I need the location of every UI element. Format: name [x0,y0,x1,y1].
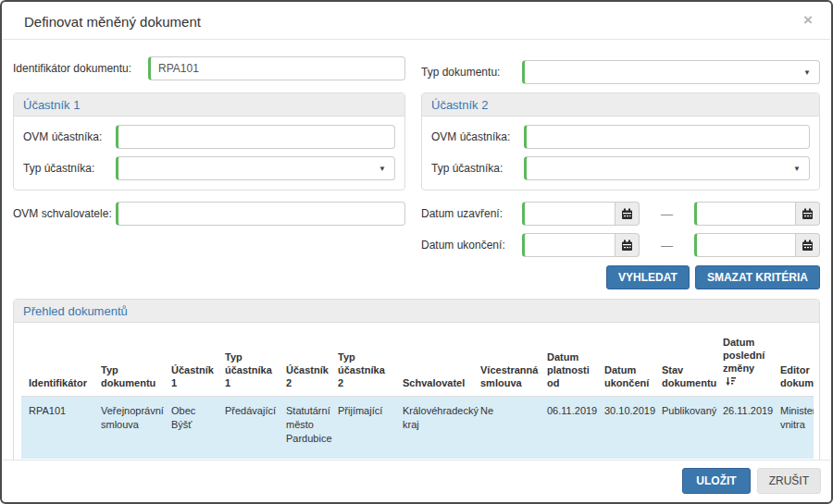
col-multilateral[interactable]: Vícestranná smlouva [473,330,540,397]
date-ended-from-input[interactable] [522,233,615,257]
participant2-type-select[interactable]: ▼ [524,156,810,180]
approver-input[interactable] [116,202,405,226]
cell-valid-from: 06.11.2019 [540,397,597,459]
approver-label: OVM schvalovatele: [13,207,116,220]
cell-participant1: Obec Býšť [164,397,218,459]
cell-participant1-type: Předávající [218,397,279,459]
doc-type-label: Typ dokumentu: [421,66,522,79]
cell-doc-type: Veřejnoprávní smlouva [93,397,164,459]
col-participant1-type[interactable]: Typ účastníka 1 [218,330,279,397]
participant1-type-select[interactable]: ▼ [116,156,395,180]
participant1-title: Účastník 1 [14,93,404,117]
define-changed-document-dialog: Definovat měněný dokument × Identifikáto… [0,0,833,504]
col-participant2[interactable]: Účastník 2 [279,330,330,397]
col-doc-type[interactable]: Typ dokumentu [93,330,164,397]
participant2-panel: Účastník 2 OVM účastníka: Typ účastníka:… [421,92,820,191]
chevron-down-icon: ▼ [379,165,386,173]
calendar-icon[interactable] [796,202,820,226]
identifier-input[interactable] [148,56,405,80]
calendar-icon[interactable] [796,233,820,257]
chevron-down-icon: ▼ [803,68,811,77]
calendar-icon[interactable] [615,233,640,257]
col-last-change-label: Datum poslední změny [723,337,765,374]
dialog-body: Identifikátor dokumentu: Typ dokumentu: … [2,40,831,460]
participant1-ovm-label: OVM účastníka: [23,130,116,143]
cell-approver: Královéhradecký kraj [395,397,473,459]
chevron-down-icon: ▼ [793,165,801,173]
date-ended-to-input[interactable] [694,233,796,257]
col-participant1[interactable]: Účastník 1 [164,330,218,397]
clear-criteria-button[interactable]: SMAZAT KRITÉRIA [695,265,820,289]
participant1-panel: Účastník 1 OVM účastníka: Typ účastníka:… [13,92,405,191]
cell-multilateral: Ne [473,397,540,459]
dialog-footer: ULOŽIT ZRUŠIT [3,460,830,502]
col-valid-from[interactable]: Datum platnosti od [540,330,597,397]
table-row[interactable]: RPA101 Veřejnoprávní smlouva Obec Býšť P… [21,397,814,459]
participant2-type-label: Typ účastníka: [431,162,524,175]
dialog-title: Definovat měněný dokument [24,14,809,30]
date-concluded-from-input[interactable] [522,202,615,226]
save-button[interactable]: ULOŽIT [682,468,750,494]
doc-type-select[interactable]: ▼ [522,60,820,84]
close-icon[interactable]: × [803,12,813,28]
col-identifier[interactable]: Identifikátor [21,330,93,397]
search-button[interactable]: VYHLEDAT [606,265,690,289]
sort-desc-icon [726,376,736,389]
cell-status: Publikovaný [654,397,715,459]
documents-overview-panel: Přehled dokumentů Identifiká [13,299,820,460]
date-ended-label: Datum ukončení: [421,239,522,252]
col-last-change[interactable]: Datum poslední změny [715,330,773,397]
cell-last-change: 26.11.2019 [715,397,773,459]
col-approver[interactable]: Schvalovatel [395,330,473,397]
date-range-dash: — [653,207,681,221]
table-header-row: Identifikátor Typ dokumentu Účastník 1 T… [21,330,814,397]
participant1-ovm-input[interactable] [116,125,395,149]
cell-participant2: Statutární město Pardubice [279,397,330,459]
participant2-title: Účastník 2 [422,93,819,117]
cancel-button[interactable]: ZRUŠIT [757,468,821,494]
participant1-type-label: Typ účastníka: [23,162,116,175]
cell-identifier: RPA101 [21,397,93,459]
calendar-icon[interactable] [615,202,640,226]
date-concluded-to-input[interactable] [694,202,796,226]
participant2-ovm-label: OVM účastníka: [431,130,524,143]
date-concluded-label: Datum uzavření: [421,207,522,220]
col-ended[interactable]: Datum ukončení [597,330,654,397]
documents-overview-title: Přehled dokumentů [14,300,819,323]
cell-editor: Ministerstvo vnitra [773,397,814,459]
col-status[interactable]: Stav dokumentu [654,330,715,397]
participant2-ovm-input[interactable] [524,125,810,149]
col-editor[interactable]: Editor dokumentu [773,330,814,397]
identifier-label: Identifikátor dokumentu: [13,62,148,75]
cell-participant2-type: Přijímající [330,397,395,459]
col-participant2-type[interactable]: Typ účastníka 2 [330,330,395,397]
documents-table: Identifikátor Typ dokumentu Účastník 1 T… [21,330,814,459]
cell-ended: 30.10.2019 [597,397,654,459]
date-range-dash: — [653,239,681,252]
dialog-header: Definovat měněný dokument × [2,2,831,39]
